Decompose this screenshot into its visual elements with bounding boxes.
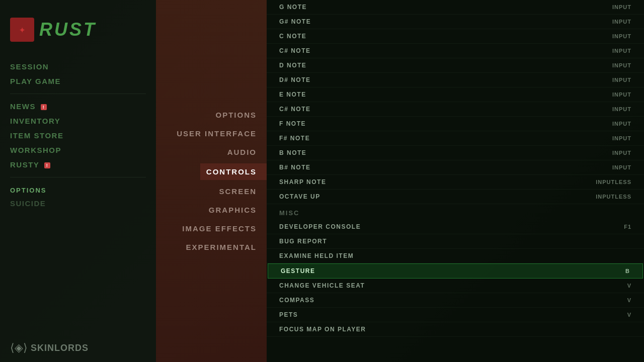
- sidebar-item-play-game[interactable]: PLAY GAME: [10, 74, 146, 88]
- table-row[interactable]: BUG REPORT: [267, 234, 644, 249]
- menu-item-options[interactable]: OPTIONS: [215, 108, 257, 122]
- controls-content-panel: G NOTE Input G# NOTE Input C NOTE Input …: [267, 0, 644, 362]
- table-row[interactable]: FOCUS MAP ON PLAYER: [267, 322, 644, 337]
- rusty-badge: !: [44, 162, 51, 168]
- skinlords-watermark: ⟨◈⟩ SKINLORDS: [10, 341, 89, 354]
- sidebar-item-session[interactable]: SESSION: [10, 59, 146, 74]
- rust-logo-text: RUST: [39, 19, 97, 40]
- table-row[interactable]: C# NOTE Input: [267, 44, 644, 58]
- table-row[interactable]: PETS v: [267, 308, 644, 322]
- gesture-row[interactable]: GESTURE b: [268, 263, 643, 279]
- table-row[interactable]: C NOTE Input: [267, 29, 644, 44]
- misc-section-header: MISC: [267, 204, 644, 220]
- nav-divider-2: [10, 177, 146, 177]
- skinlords-text: SKINLORDS: [31, 343, 89, 353]
- table-row[interactable]: EXAMINE HELD ITEM: [267, 249, 644, 263]
- table-row[interactable]: DEVELOPER CONSOLE F1: [267, 220, 644, 234]
- menu-item-user-interface[interactable]: USER INTERFACE: [177, 126, 257, 141]
- table-row[interactable]: B NOTE Input: [267, 146, 644, 160]
- svg-text:✦: ✦: [19, 26, 25, 34]
- sidebar: ✦ RUST SESSION PLAY GAME NEWS ! INVENTOR…: [0, 0, 156, 362]
- table-row[interactable]: G# NOTE Input: [267, 15, 644, 29]
- middle-menu-panel: OPTIONS USER INTERFACE AUDIO CONTROLS SC…: [156, 0, 267, 362]
- menu-item-screen[interactable]: SCREEN: [219, 184, 257, 199]
- skinlords-icon: ⟨◈⟩: [10, 341, 28, 354]
- news-badge: !: [41, 104, 47, 110]
- options-label: OPTIONS: [10, 183, 146, 196]
- table-row[interactable]: D# NOTE Input: [267, 73, 644, 87]
- menu-item-controls[interactable]: CONTROLS: [200, 163, 267, 180]
- table-row[interactable]: COMPASS v: [267, 293, 644, 308]
- menu-item-audio[interactable]: AUDIO: [227, 145, 257, 159]
- menu-item-graphics[interactable]: GRAPHICS: [209, 203, 257, 217]
- table-row[interactable]: F NOTE Input: [267, 117, 644, 131]
- table-row[interactable]: OCTAVE UP Inputless: [267, 190, 644, 204]
- menu-item-experimental[interactable]: EXPERIMENTAL: [186, 240, 257, 254]
- sidebar-item-item-store[interactable]: ITEM STORE: [10, 128, 146, 143]
- table-row[interactable]: E NOTE Input: [267, 87, 644, 102]
- sidebar-item-workshop[interactable]: WORKSHOP: [10, 143, 146, 157]
- table-row[interactable]: G NOTE Input: [267, 0, 644, 15]
- rust-logo: ✦ RUST: [10, 18, 97, 42]
- table-row[interactable]: C# NOTE Input: [267, 102, 644, 117]
- controls-list[interactable]: G NOTE Input G# NOTE Input C NOTE Input …: [267, 0, 644, 362]
- sidebar-item-inventory[interactable]: INVENTORY: [10, 114, 146, 128]
- table-row[interactable]: B# NOTE Input: [267, 160, 644, 175]
- table-row[interactable]: F# NOTE Input: [267, 131, 644, 146]
- sidebar-item-rusty[interactable]: RUSTY !: [10, 157, 146, 172]
- sidebar-item-news[interactable]: NEWS !: [10, 99, 146, 114]
- rust-logo-icon: ✦: [10, 18, 34, 42]
- table-row[interactable]: SHARP NOTE Inputless: [267, 175, 644, 190]
- nav-divider-1: [10, 94, 146, 94]
- logo-area: ✦ RUST: [0, 10, 156, 54]
- table-row[interactable]: CHANGE VEHICLE SEAT v: [267, 279, 644, 293]
- sidebar-nav: SESSION PLAY GAME NEWS ! INVENTORY ITEM …: [0, 54, 156, 216]
- sidebar-item-suicide[interactable]: SUICIDE: [10, 196, 146, 211]
- menu-item-image-effects[interactable]: IMAGE EFFECTS: [182, 221, 257, 236]
- table-row[interactable]: D NOTE Input: [267, 58, 644, 73]
